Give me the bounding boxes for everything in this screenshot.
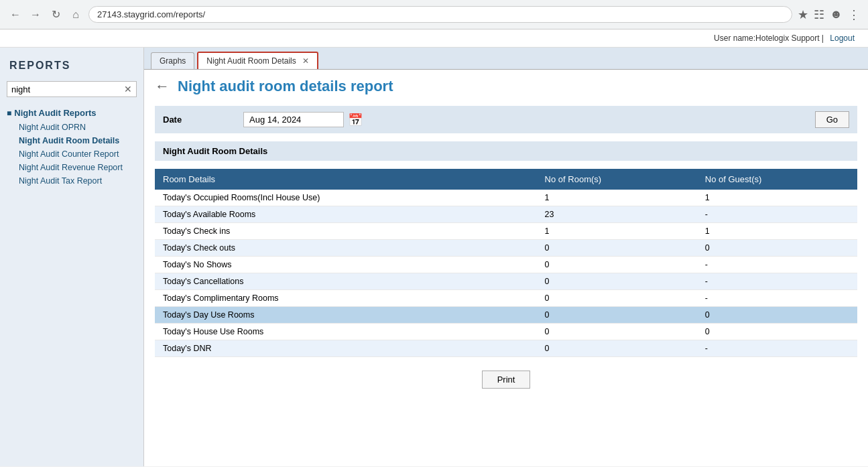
table-header-row: Room Details No of Room(s) No of Guest(s… xyxy=(155,169,857,190)
report-header: ← Night audit room details report xyxy=(155,78,857,95)
cell-rooms-count: 0 xyxy=(537,324,697,340)
sidebar-title: REPORTS xyxy=(0,54,143,78)
table-row: Today's Cancellations0- xyxy=(155,273,857,290)
report-header-arrow-icon: ← xyxy=(155,78,170,95)
home-button[interactable]: ⌂ xyxy=(68,7,83,22)
cell-guests-count: 1 xyxy=(697,223,857,240)
table-row: Today's Occupied Rooms(Incl House Use)11 xyxy=(155,190,857,206)
app-layout: REPORTS ✕ ■ Night Audit Reports Night Au… xyxy=(0,48,868,466)
cell-guests-count: - xyxy=(697,206,857,223)
tab-graphs-label: Graphs xyxy=(160,56,186,66)
separator: | xyxy=(822,34,826,43)
cell-rooms-count: 1 xyxy=(537,223,697,240)
cell-guests-count: 0 xyxy=(697,307,857,324)
cell-room-label: Today's Complimentary Rooms xyxy=(155,290,537,307)
col-room-details: Room Details xyxy=(155,169,537,190)
browser-chrome: ← → ↻ ⌂ 27143.staygrid.com/reports/ ★ ☷ … xyxy=(0,0,868,29)
user-label: User name:Hotelogix Support xyxy=(714,34,819,43)
report-header-title: Night audit room details report xyxy=(178,78,393,95)
cell-rooms-count: 0 xyxy=(537,240,697,257)
sidebar-search-box[interactable]: ✕ xyxy=(7,81,137,97)
forward-button[interactable]: → xyxy=(28,7,43,22)
date-row: Date 📅 Go xyxy=(155,106,857,133)
table-row: Today's House Use Rooms00 xyxy=(155,324,857,340)
calendar-icon[interactable]: 📅 xyxy=(348,113,363,127)
sidebar-item-tax-report[interactable]: Night Audit Tax Report xyxy=(7,174,137,188)
table-row: Today's Day Use Rooms00 xyxy=(155,307,857,324)
section-header-label: Night Audit Reports xyxy=(14,108,96,118)
tabs-bar: Graphs Night Audit Room Details ✕ xyxy=(144,48,868,70)
cell-guests-count: 1 xyxy=(697,190,857,206)
print-button[interactable]: Print xyxy=(482,371,531,389)
cell-guests-count: - xyxy=(697,290,857,307)
back-button[interactable]: ← xyxy=(8,7,23,22)
sidebar-section-night-audit: ■ Night Audit Reports Night Audit OPRN N… xyxy=(0,104,143,192)
cell-guests-count: - xyxy=(697,257,857,273)
tab-night-audit-room-details[interactable]: Night Audit Room Details ✕ xyxy=(197,52,318,69)
cell-guests-count: 0 xyxy=(697,240,857,257)
cell-rooms-count: 23 xyxy=(537,206,697,223)
cell-room-label: Today's Check ins xyxy=(155,223,537,240)
cell-guests-count: - xyxy=(697,340,857,357)
cell-rooms-count: 1 xyxy=(537,190,697,206)
cell-room-label: Today's Cancellations xyxy=(155,273,537,290)
table-row: Today's Check outs00 xyxy=(155,240,857,257)
cell-rooms-count: 0 xyxy=(537,307,697,324)
report-section-title: Night Audit Room Details xyxy=(155,141,857,161)
tab-room-details-label: Night Audit Room Details xyxy=(206,56,296,66)
sidebar-item-counter-report[interactable]: Night Audit Counter Report xyxy=(7,147,137,161)
report-table: Room Details No of Room(s) No of Guest(s… xyxy=(155,169,857,357)
date-label: Date xyxy=(163,115,243,125)
logout-link[interactable]: Logout xyxy=(830,34,855,43)
cell-rooms-count: 0 xyxy=(537,290,697,307)
sidebar: REPORTS ✕ ■ Night Audit Reports Night Au… xyxy=(0,48,144,466)
main-content: Graphs Night Audit Room Details ✕ ← Nigh… xyxy=(144,48,868,466)
cell-room-label: Today's Day Use Rooms xyxy=(155,307,537,324)
search-clear-icon[interactable]: ✕ xyxy=(124,84,132,94)
refresh-button[interactable]: ↻ xyxy=(48,7,63,22)
search-input[interactable] xyxy=(11,84,124,94)
table-row: Today's Complimentary Rooms0- xyxy=(155,290,857,307)
cell-guests-count: - xyxy=(697,273,857,290)
date-input[interactable] xyxy=(243,112,344,127)
address-text: 27143.staygrid.com/reports/ xyxy=(97,9,205,19)
go-button[interactable]: Go xyxy=(815,111,849,128)
cell-room-label: Today's Check outs xyxy=(155,240,537,257)
section-expand-icon: ■ xyxy=(7,109,11,118)
cell-room-label: Today's DNR xyxy=(155,340,537,357)
cell-rooms-count: 0 xyxy=(537,340,697,357)
top-bar: User name:Hotelogix Support | Logout xyxy=(0,29,868,48)
profile-icon[interactable]: ☻ xyxy=(830,7,843,21)
cell-rooms-count: 0 xyxy=(537,273,697,290)
table-row: Today's DNR0- xyxy=(155,340,857,357)
col-no-of-rooms: No of Room(s) xyxy=(537,169,697,190)
cell-room-label: Today's Available Rooms xyxy=(155,206,537,223)
cell-guests-count: 0 xyxy=(697,324,857,340)
bookmark-icon[interactable]: ★ xyxy=(798,7,808,22)
table-row: Today's Check ins11 xyxy=(155,223,857,240)
sidebar-item-oprn[interactable]: Night Audit OPRN xyxy=(7,121,137,134)
table-row: Today's Available Rooms23- xyxy=(155,206,857,223)
browser-actions: ★ ☷ ☻ ⋮ xyxy=(798,7,860,22)
col-no-of-guests: No of Guest(s) xyxy=(697,169,857,190)
night-audit-reports-header[interactable]: ■ Night Audit Reports xyxy=(7,108,137,118)
cell-room-label: Today's No Shows xyxy=(155,257,537,273)
cell-room-label: Today's Occupied Rooms(Incl House Use) xyxy=(155,190,537,206)
tab-close-icon[interactable]: ✕ xyxy=(302,56,309,66)
sidebar-item-revenue-report[interactable]: Night Audit Revenue Report xyxy=(7,161,137,174)
extensions-icon[interactable]: ☷ xyxy=(814,7,824,22)
menu-icon[interactable]: ⋮ xyxy=(848,7,860,22)
address-bar[interactable]: 27143.staygrid.com/reports/ xyxy=(88,6,792,23)
cell-room-label: Today's House Use Rooms xyxy=(155,324,537,340)
tab-graphs[interactable]: Graphs xyxy=(151,52,194,69)
report-area: ← Night audit room details report Date 📅… xyxy=(144,70,868,397)
print-btn-row: Print xyxy=(155,371,857,389)
sidebar-item-room-details[interactable]: Night Audit Room Details xyxy=(7,134,137,147)
cell-rooms-count: 0 xyxy=(537,257,697,273)
table-row: Today's No Shows0- xyxy=(155,257,857,273)
